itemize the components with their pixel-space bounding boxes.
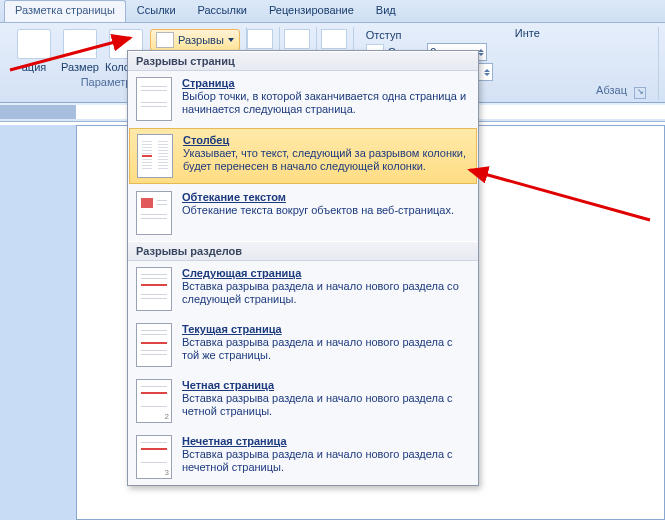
break-continuous-desc: Вставка разрыва раздела и начало нового … <box>182 336 470 362</box>
break-textwrap-title: Обтекание текстом <box>182 191 470 203</box>
break-page-item[interactable]: Страница Выбор точки, в которой заканчив… <box>128 71 478 127</box>
tab-page-layout[interactable]: Разметка страницы <box>4 0 126 22</box>
break-next-page-title: Следующая страница <box>182 267 470 279</box>
tab-view[interactable]: Вид <box>365 0 407 22</box>
tab-links[interactable]: Ссылки <box>126 0 187 22</box>
break-page-title: Страница <box>182 77 470 89</box>
break-textwrap-desc: Обтекание текста вокруг объектов на веб-… <box>182 204 470 217</box>
dialog-launcher-icon[interactable]: ↘ <box>634 87 646 99</box>
break-textwrap-thumb-icon <box>136 191 172 235</box>
size-icon <box>63 29 97 59</box>
orientation-button[interactable]: ация <box>12 27 56 75</box>
breaks-label: Разрывы <box>178 34 224 46</box>
break-column-desc: Указывает, что текст, следующий за разры… <box>183 147 469 173</box>
break-page-thumb-icon <box>136 77 172 121</box>
break-even-page-title: Четная страница <box>182 379 470 391</box>
break-odd-page-title: Нечетная страница <box>182 435 470 447</box>
break-textwrap-item[interactable]: Обтекание текстом Обтекание текста вокру… <box>128 185 478 241</box>
break-continuous-thumb-icon <box>136 323 172 367</box>
size-button[interactable]: Размер <box>58 27 102 75</box>
break-column-title: Столбец <box>183 134 469 146</box>
break-continuous-item[interactable]: Текущая страница Вставка разрыва раздела… <box>128 317 478 373</box>
breaks-dropdown-panel: Разрывы страниц Страница Выбор точки, в … <box>127 50 479 486</box>
break-odd-page-item[interactable]: 3 Нечетная страница Вставка разрыва разд… <box>128 429 478 485</box>
break-even-page-item[interactable]: 2 Четная страница Вставка разрыва раздел… <box>128 373 478 429</box>
bring-front-icon[interactable] <box>284 29 310 49</box>
break-continuous-title: Текущая страница <box>182 323 470 335</box>
orientation-icon <box>17 29 51 59</box>
break-next-page-item[interactable]: Следующая страница Вставка разрыва разде… <box>128 261 478 317</box>
chevron-down-icon <box>228 38 234 42</box>
breaks-dropdown-button[interactable]: Разрывы <box>150 29 240 51</box>
indent-heading: Отступ <box>366 29 493 41</box>
break-column-item[interactable]: Столбец Указывает, что текст, следующий … <box>129 128 477 184</box>
break-odd-page-desc: Вставка разрыва раздела и начало нового … <box>182 448 470 474</box>
dropdown-header-page-breaks: Разрывы страниц <box>128 51 478 71</box>
breaks-icon <box>156 32 174 48</box>
tab-review[interactable]: Рецензирование <box>258 0 365 22</box>
ribbon-tab-strip: Разметка страницы Ссылки Рассылки Реценз… <box>0 0 665 23</box>
break-odd-page-thumb-icon: 3 <box>136 435 172 479</box>
break-page-desc: Выбор точки, в которой заканчивается одн… <box>182 90 470 116</box>
interval-heading: Инте <box>515 27 540 39</box>
orientation-label: ация <box>22 61 47 73</box>
dropdown-header-section-breaks: Разрывы разделов <box>128 241 478 261</box>
break-even-page-thumb-icon: 2 <box>136 379 172 423</box>
break-next-page-thumb-icon <box>136 267 172 311</box>
paragraph-group-label: Абзац <box>596 84 627 96</box>
break-even-page-desc: Вставка разрыва раздела и начало нового … <box>182 392 470 418</box>
break-next-page-desc: Вставка разрыва раздела и начало нового … <box>182 280 470 306</box>
align-icon[interactable] <box>321 29 347 49</box>
size-label: Размер <box>61 61 99 73</box>
tab-mailings[interactable]: Рассылки <box>187 0 258 22</box>
break-column-thumb-icon <box>137 134 173 178</box>
watermark-icon[interactable] <box>247 29 273 49</box>
